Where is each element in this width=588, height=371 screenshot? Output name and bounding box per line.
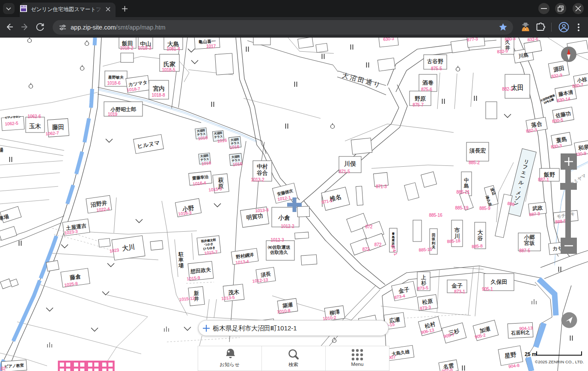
svg-text:1062-7: 1062-7 — [45, 130, 59, 136]
svg-text:885-21: 885-21 — [456, 190, 470, 194]
svg-text:875-6: 875-6 — [421, 87, 432, 92]
svg-text:中島: 中島 — [464, 177, 469, 189]
svg-text:1062-6: 1062-6 — [27, 114, 41, 119]
svg-text:1018-2: 1018-2 — [120, 46, 134, 50]
svg-text:玉木: 玉木 — [29, 123, 41, 130]
svg-text:古谷野: 古谷野 — [427, 59, 443, 65]
svg-text:885-15: 885-15 — [419, 247, 432, 252]
svg-text:885-2: 885-2 — [469, 160, 480, 165]
svg-text:金子: 金子 — [451, 283, 463, 289]
svg-text:872: 872 — [362, 247, 370, 252]
svg-text:1013-2: 1013-2 — [251, 177, 264, 182]
svg-text:885-19: 885-19 — [455, 206, 469, 210]
svg-text:873-5: 873-5 — [417, 286, 429, 291]
svg-text:田坂利夫: 田坂利夫 — [431, 233, 436, 249]
svg-text:1012-3: 1012-3 — [270, 238, 284, 242]
svg-text:大沼田テラス: 大沼田テラス — [230, 137, 239, 144]
svg-text:871-5: 871-5 — [339, 169, 350, 174]
svg-text:大沼田テラス: 大沼田テラス — [214, 131, 223, 138]
svg-text:905-1: 905-1 — [482, 287, 493, 292]
svg-text:1018-6: 1018-6 — [107, 81, 121, 85]
svg-text:904-13: 904-13 — [519, 326, 533, 331]
svg-text:885-8: 885-8 — [472, 244, 483, 249]
svg-text:駐車場: 駐車場 — [178, 251, 184, 268]
svg-text:1062-5: 1062-5 — [5, 121, 18, 126]
svg-text:小郷宮坂: 小郷宮坂 — [524, 234, 535, 246]
svg-text:大谷: 大谷 — [478, 229, 483, 241]
svg-text:川俣: 川俣 — [344, 160, 356, 167]
svg-text:885-16: 885-16 — [429, 213, 442, 218]
svg-text:㈲佐取運送佐取浩久: ㈲佐取運送佐取浩久 — [268, 244, 291, 255]
svg-text:872: 872 — [374, 242, 382, 247]
svg-text:875-5: 875-5 — [431, 66, 442, 71]
svg-text:1018-5: 1018-5 — [162, 68, 175, 72]
svg-text:1081-4: 1081-4 — [166, 47, 180, 51]
svg-text:市川: 市川 — [454, 227, 460, 239]
svg-text:須長宏: 須長宏 — [469, 147, 486, 154]
svg-text:882-2: 882-2 — [502, 87, 513, 91]
svg-text:1018-8: 1018-8 — [151, 93, 165, 97]
svg-text:武政: 武政 — [532, 205, 543, 212]
svg-text:氏家: 氏家 — [163, 61, 175, 68]
svg-text:887-5: 887-5 — [519, 248, 530, 253]
svg-text:885-18: 885-18 — [447, 238, 460, 244]
svg-text:酒巻: 酒巻 — [422, 80, 434, 86]
svg-text:宮内: 宮内 — [153, 85, 165, 92]
svg-text:大沼田テラス: 大沼田テラス — [200, 153, 209, 161]
svg-text:藤田: 藤田 — [52, 124, 64, 130]
svg-text:小倉: 小倉 — [278, 214, 290, 221]
svg-text:久保田: 久保田 — [491, 279, 508, 285]
svg-text:1018-3: 1018-3 — [138, 46, 151, 50]
svg-text:野原: 野原 — [415, 95, 426, 102]
svg-text:1019: 1019 — [108, 112, 118, 117]
svg-text:871-3: 871-3 — [376, 184, 387, 189]
svg-text:1013-3: 1013-3 — [255, 207, 269, 213]
svg-text:大沼田テラス: 大沼田テラス — [231, 154, 240, 162]
svg-text:星野敏夫: 星野敏夫 — [108, 75, 124, 80]
svg-text:873-1: 873-1 — [454, 289, 465, 294]
svg-text:中村谷合: 中村谷合 — [257, 163, 268, 176]
svg-text:飯野: 飯野 — [544, 171, 555, 178]
svg-text:885-9: 885-9 — [479, 206, 490, 211]
svg-text:875-7: 875-7 — [413, 103, 424, 107]
svg-text:場: 場 — [0, 147, 3, 153]
svg-text:上杉: 上杉 — [421, 274, 426, 286]
svg-text:887-1: 887-1 — [538, 177, 549, 182]
svg-text:102: 102 — [0, 366, 6, 371]
svg-text:1017: 1017 — [206, 44, 216, 49]
svg-text:872: 872 — [365, 224, 373, 229]
svg-text:1012-2: 1012-2 — [281, 224, 294, 229]
svg-text:大沼田テラス: 大沼田テラス — [196, 128, 205, 135]
